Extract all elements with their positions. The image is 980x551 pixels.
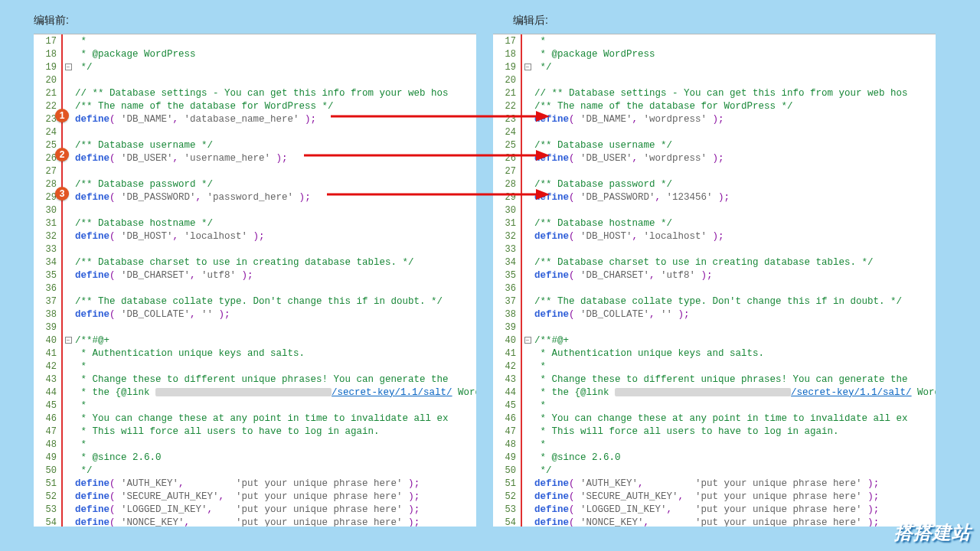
code-line: 43 * Change these to different unique ph…: [34, 373, 476, 386]
change-marker: [521, 295, 522, 308]
code-text: * the {@link /secret-key/1.1/salt/ Word: [74, 387, 476, 398]
code-line: 48 *: [34, 438, 476, 451]
code-text: // ** Database settings - You can get th…: [533, 88, 936, 99]
change-marker: [521, 412, 522, 425]
change-marker: [521, 112, 522, 126]
code-text: *: [74, 439, 476, 450]
line-number: 53: [34, 504, 61, 515]
line-number: 28: [493, 179, 521, 190]
line-number: 20: [34, 75, 61, 86]
code-line: 50 */: [493, 464, 936, 477]
change-marker: [521, 217, 522, 230]
code-text: * This will force all users to have to l…: [533, 426, 936, 437]
code-line: 29define( 'DB_PASSWORD', 'password_here'…: [34, 191, 476, 204]
change-marker: [521, 321, 522, 334]
code-text: /** Database username */: [533, 140, 936, 151]
code-text: define( 'DB_COLLATE', '' );: [533, 309, 936, 320]
line-number: 39: [34, 322, 61, 333]
change-marker: [61, 308, 63, 321]
code-text: define( 'DB_CHARSET', 'utf8' );: [533, 270, 936, 281]
code-line: 52define( 'SECURE_AUTH_KEY', 'put your u…: [493, 490, 936, 503]
code-line: 42 *: [493, 360, 936, 373]
fold-toggle-icon[interactable]: −: [65, 337, 72, 344]
fold-toggle-icon[interactable]: −: [524, 64, 531, 70]
code-line: 50 */: [34, 464, 476, 477]
change-marker: [521, 464, 522, 477]
change-marker: [521, 204, 522, 217]
change-marker: [521, 490, 522, 503]
code-text: *: [533, 361, 936, 372]
line-number: 54: [34, 517, 61, 527]
code-text: *: [533, 400, 936, 411]
code-line: 31/** Database hostname */: [34, 217, 476, 230]
line-number: 19: [493, 62, 521, 73]
code-text: * @since 2.6.0: [533, 452, 936, 463]
code-panel-before: 17 *18 * @package WordPress19− */2021// …: [34, 34, 476, 527]
code-line: 33: [34, 243, 476, 256]
change-marker: [61, 217, 63, 230]
change-marker: [61, 86, 63, 99]
code-text: define( 'DB_USER', 'wordpress' );: [533, 153, 936, 164]
annotation-badge-3: 3: [55, 187, 69, 201]
change-marker: [61, 412, 63, 425]
code-text: */: [74, 62, 476, 73]
change-marker: [61, 516, 63, 527]
line-number: 30: [34, 205, 61, 216]
fold-toggle-icon[interactable]: −: [524, 337, 531, 344]
change-marker: [61, 73, 63, 86]
line-number: 49: [34, 452, 61, 463]
code-text: * @package WordPress: [74, 49, 476, 60]
line-number: 23: [493, 114, 521, 125]
change-marker: [521, 256, 522, 269]
change-marker: [521, 425, 522, 438]
code-text: /**#@+: [533, 335, 936, 346]
code-text: *: [74, 36, 476, 47]
code-line: 30: [34, 204, 476, 217]
change-marker: [521, 243, 522, 256]
redacted-url: [615, 388, 791, 396]
line-number: 27: [493, 166, 521, 177]
line-number: 45: [493, 400, 521, 411]
code-line: 45 *: [34, 399, 476, 412]
code-text: /** The database collate type. Don't cha…: [74, 296, 476, 307]
fold-toggle-icon[interactable]: −: [65, 64, 72, 70]
change-marker: [521, 178, 522, 191]
code-text: *: [533, 439, 936, 450]
change-marker: [521, 516, 522, 527]
line-number: 37: [493, 296, 521, 307]
code-line: 41 * Authentication unique keys and salt…: [34, 347, 476, 360]
line-number: 46: [34, 413, 61, 424]
change-marker: [61, 243, 63, 256]
line-number: 24: [493, 127, 521, 138]
code-text: * @since 2.6.0: [74, 452, 476, 463]
code-text: * Authentication unique keys and salts.: [533, 348, 936, 359]
change-marker: [61, 386, 63, 399]
code-text: /** Database charset to use in creating …: [533, 257, 936, 268]
code-text: */: [533, 465, 936, 476]
change-marker: [521, 165, 522, 178]
line-number: 38: [34, 309, 61, 320]
code-text: *: [533, 36, 936, 47]
code-text: define( 'LOGGED_IN_KEY', 'put your uniqu…: [533, 504, 936, 515]
line-number: 25: [493, 140, 521, 151]
change-marker: [521, 269, 522, 282]
change-marker: [521, 282, 522, 295]
code-line: 30: [493, 204, 936, 217]
code-line: 28/** Database password */: [493, 178, 936, 191]
code-text: * This will force all users to have to l…: [74, 426, 476, 437]
change-marker: [61, 321, 63, 334]
code-line: 20: [34, 73, 476, 86]
code-line: 17 *: [493, 34, 936, 47]
code-line: 26define( 'DB_USER', 'username_here' );: [34, 152, 476, 165]
line-number: 17: [34, 36, 61, 47]
code-text: define( 'DB_CHARSET', 'utf8' );: [74, 270, 476, 281]
code-line: 52define( 'SECURE_AUTH_KEY', 'put your u…: [34, 490, 476, 503]
line-number: 54: [493, 517, 521, 527]
line-number: 30: [493, 205, 521, 216]
line-number: 20: [493, 75, 521, 86]
code-line: 53define( 'LOGGED_IN_KEY', 'put your uni…: [493, 503, 936, 516]
code-line: 24: [493, 126, 936, 139]
code-text: define( 'DB_COLLATE', '' );: [74, 309, 476, 320]
code-line: 51define( 'AUTH_KEY', 'put your unique p…: [493, 477, 936, 490]
code-line: 25/** Database username */: [34, 139, 476, 152]
